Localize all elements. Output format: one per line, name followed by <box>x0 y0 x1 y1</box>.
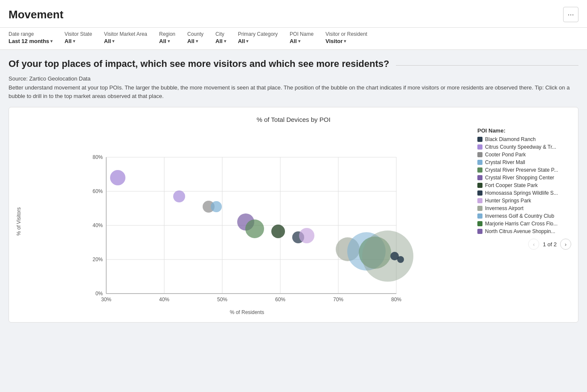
legend-prev-button[interactable]: ‹ <box>528 239 539 250</box>
legend-item[interactable]: Inverness Airport <box>477 205 571 211</box>
svg-text:60%: 60% <box>275 297 285 303</box>
divider-line <box>396 65 578 66</box>
svg-text:40%: 40% <box>159 297 169 303</box>
legend-item[interactable]: Hunter Springs Park <box>477 198 571 204</box>
bubble-cr-mall[interactable] <box>211 201 222 212</box>
chart-title: % of Total Devices by POI <box>16 116 571 123</box>
filter-item[interactable]: Region All ▾ <box>159 31 175 44</box>
bubble-cr-preserve[interactable] <box>173 190 185 202</box>
chart-container: % of Total Devices by POI % of Visitors <box>9 107 578 323</box>
legend-items: Black Diamond Ranch Citrus County Speedw… <box>477 136 571 234</box>
legend-page-info: 1 of 2 <box>543 241 557 248</box>
svg-text:60%: 60% <box>93 188 103 194</box>
legend-pagination: ‹ 1 of 2 › <box>477 239 571 250</box>
legend-next-button[interactable]: › <box>560 239 571 250</box>
svg-text:80%: 80% <box>391 297 401 303</box>
chart-body: % of Visitors <box>16 127 571 315</box>
svg-text:70%: 70% <box>333 297 343 303</box>
filter-item[interactable]: Date range Last 12 months ▾ <box>9 31 52 44</box>
legend-title: POI Name: <box>477 127 571 134</box>
bubble-fort-cooper[interactable] <box>271 225 285 238</box>
bubble-citrus-speedway[interactable] <box>110 170 125 185</box>
svg-text:80%: 80% <box>93 154 103 160</box>
y-axis-label: % of Visitors <box>16 127 22 315</box>
legend-item[interactable]: Fort Cooper State Park <box>477 182 571 188</box>
chart-and-xaxis: 0% 20% 40% 60% 80% 30% 40% 50% 60% 70% <box>23 127 471 315</box>
chart-area-wrapper: % of Visitors <box>16 127 471 315</box>
legend-item[interactable]: Cooter Pond Park <box>477 152 571 158</box>
svg-text:30%: 30% <box>101 297 111 303</box>
section-header-row: Of your top places of impact, which see … <box>9 58 578 72</box>
filter-item[interactable]: POI Name All ▾ <box>290 31 314 44</box>
legend-item[interactable]: North Citrus Avenue Shoppin... <box>477 228 571 234</box>
bubble-hunter-springs[interactable] <box>299 228 314 243</box>
filter-item[interactable]: City All ▾ <box>215 31 226 44</box>
svg-text:40%: 40% <box>93 222 103 228</box>
bubble-extra[interactable] <box>397 256 404 263</box>
scatter-svg: 0% 20% 40% 60% 80% 30% 40% 50% 60% 70% <box>23 127 471 306</box>
legend-item[interactable]: Homosassa Springs Wildlife S... <box>477 190 571 196</box>
chart-legend: POI Name: Black Diamond Ranch Citrus Cou… <box>477 127 571 315</box>
legend-item[interactable]: Crystal River Preserve State P... <box>477 167 571 173</box>
svg-text:0%: 0% <box>96 291 103 297</box>
legend-item[interactable]: Citrus County Speedway & Tr... <box>477 144 571 150</box>
page-title: Movement <box>9 8 64 26</box>
filter-bar: Date range Last 12 months ▾Visitor State… <box>0 28 587 50</box>
filter-item[interactable]: Visitor State All ▾ <box>64 31 92 44</box>
page-wrapper: Movement ··· Date range Last 12 months ▾… <box>0 0 587 392</box>
filter-item[interactable]: Visitor Market Area All ▾ <box>104 31 147 44</box>
bubble-cr-preserve2[interactable] <box>245 219 264 238</box>
legend-item[interactable]: Inverness Golf & Country Club <box>477 213 571 219</box>
legend-item[interactable]: Black Diamond Ranch <box>477 136 571 142</box>
filter-item[interactable]: Primary Category All ▾ <box>238 31 278 44</box>
legend-item[interactable]: Marjorie Harris Carr Cross Flo... <box>477 221 571 227</box>
filter-item[interactable]: County All ▾ <box>187 31 203 44</box>
legend-item[interactable]: Crystal River Shopping Center <box>477 175 571 181</box>
section-title: Of your top places of impact, which see … <box>9 58 389 69</box>
x-axis-label: % of Residents <box>23 309 471 315</box>
section-source: Source: Zartico Geolocation Data <box>9 75 578 82</box>
svg-text:20%: 20% <box>93 257 103 262</box>
bubble-big-gray[interactable] <box>362 231 413 282</box>
content-area: Of your top places of impact, which see … <box>0 50 587 331</box>
scatter-plot: 0% 20% 40% 60% 80% 30% 40% 50% 60% 70% <box>23 127 471 308</box>
menu-button[interactable]: ··· <box>563 7 578 22</box>
filter-item[interactable]: Visitor or Resident Visitor ▾ <box>325 31 367 44</box>
legend-item[interactable]: Crystal River Mall <box>477 159 571 165</box>
header-bar: Movement ··· <box>0 0 587 28</box>
svg-text:50%: 50% <box>217 297 227 303</box>
section-description: Better understand movement at your top P… <box>9 84 578 100</box>
